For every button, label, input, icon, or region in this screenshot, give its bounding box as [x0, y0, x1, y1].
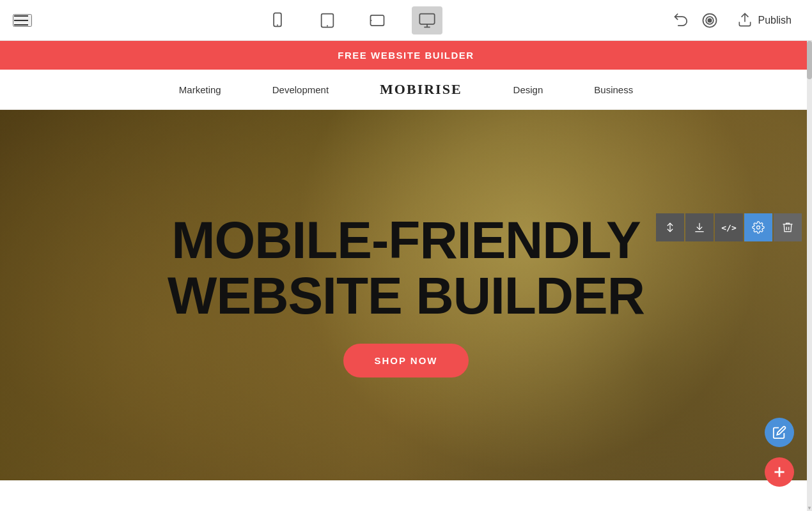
section-toolbar: </> — [656, 213, 802, 241]
section-settings-button[interactable] — [744, 213, 772, 241]
site-nav: Marketing Development MOBIRISE Design Bu… — [0, 70, 812, 110]
top-toolbar: Publish — [0, 0, 812, 41]
toolbar-right: Publish — [673, 8, 799, 33]
hero-section: MOBILE-FRIENDLY WEBSITE BUILDER SHOP NOW… — [0, 110, 812, 480]
hero-content: MOBILE-FRIENDLY WEBSITE BUILDER SHOP NOW — [168, 213, 644, 377]
promo-banner: FREE WEBSITE BUILDER — [0, 41, 812, 70]
main-content: FREE WEBSITE BUILDER Marketing Developme… — [0, 41, 812, 511]
hero-title-line1: MOBILE-FRIENDLY — [171, 211, 641, 269]
svg-point-9 — [707, 18, 712, 22]
section-delete-button[interactable] — [774, 213, 802, 241]
scrollbar-track: ▼ — [807, 41, 812, 511]
promo-text: FREE WEBSITE BUILDER — [338, 50, 474, 61]
nav-item-business[interactable]: Business — [594, 84, 633, 95]
scrollbar-thumb[interactable] — [807, 41, 812, 79]
menu-button[interactable] — [13, 14, 32, 27]
svg-rect-4 — [370, 15, 384, 25]
hero-title-line2: WEBSITE BUILDER — [168, 266, 644, 324]
desktop-view-button[interactable] — [412, 6, 442, 34]
publish-button[interactable]: Publish — [729, 8, 799, 33]
nav-item-design[interactable]: Design — [513, 84, 543, 95]
shop-now-button[interactable]: SHOP NOW — [343, 344, 468, 378]
tablet-view-button[interactable] — [312, 6, 343, 34]
svg-rect-6 — [419, 13, 434, 24]
tablet-landscape-view-button[interactable] — [362, 6, 393, 34]
preview-button[interactable] — [701, 11, 719, 29]
mobile-view-button[interactable] — [262, 6, 293, 34]
svg-point-11 — [757, 226, 760, 229]
section-code-button[interactable]: </> — [715, 213, 743, 241]
site-logo: MOBIRISE — [380, 81, 462, 98]
hero-title: MOBILE-FRIENDLY WEBSITE BUILDER — [168, 213, 644, 323]
device-switcher — [262, 6, 442, 34]
add-section-fab-button[interactable] — [765, 457, 794, 487]
section-download-button[interactable] — [685, 213, 714, 241]
publish-label: Publish — [758, 15, 792, 26]
undo-button[interactable] — [673, 11, 691, 29]
nav-item-development[interactable]: Development — [272, 84, 329, 95]
section-move-button[interactable] — [656, 213, 684, 241]
scroll-down-arrow[interactable]: ▼ — [807, 505, 812, 511]
nav-item-marketing[interactable]: Marketing — [179, 84, 221, 95]
edit-fab-button[interactable] — [765, 418, 794, 447]
toolbar-left — [13, 14, 32, 27]
